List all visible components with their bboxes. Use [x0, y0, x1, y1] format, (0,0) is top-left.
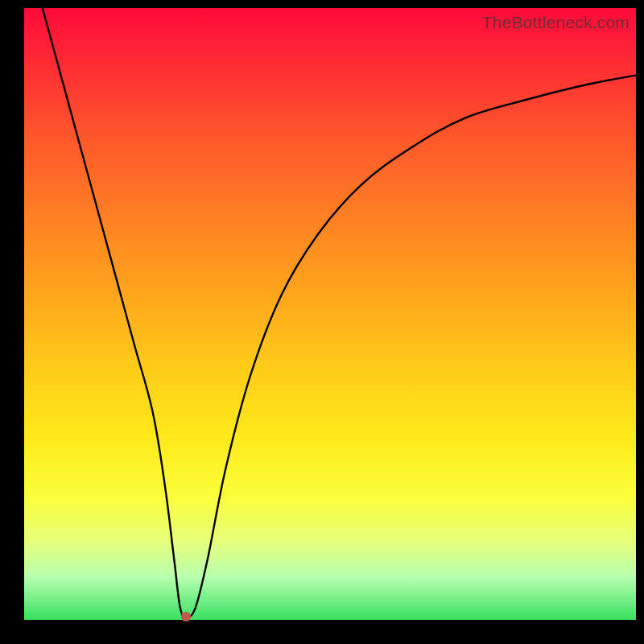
bottleneck-curve	[43, 8, 636, 617]
curve-layer	[24, 8, 636, 620]
chart-frame: TheBottleneck.com	[0, 0, 644, 644]
plot-area: TheBottleneck.com	[24, 8, 636, 620]
minimum-marker	[181, 612, 191, 621]
